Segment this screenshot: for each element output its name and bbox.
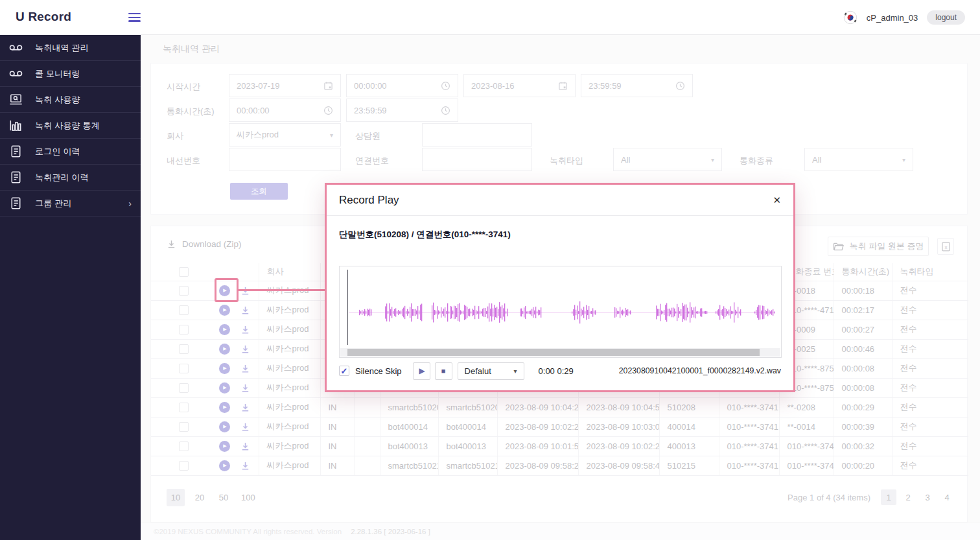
monitor-search-icon [8,92,23,108]
sidebar-item-call-monitoring[interactable]: 콜 모니터링 [0,61,141,87]
bar-chart-icon [8,118,23,134]
username: cP_admin_03 [867,13,918,23]
sidebar-item-login-history[interactable]: 로그인 이력 [0,139,141,165]
app-header: U Record cP_admin_03 logout [0,0,980,35]
sidebar-item-record-mgmt-history[interactable]: 녹취관리 이력 [0,165,141,191]
voicemail-icon [8,40,23,56]
voicemail-icon [8,66,23,82]
waveform [340,266,782,358]
waveform-scrollbar-track[interactable] [340,348,780,357]
chevron-right-icon: › [128,198,132,209]
chevron-down-icon: ▾ [514,368,517,375]
sidebar-item-label: 그룹 관리 [35,198,72,209]
annotation-connector-line [239,289,325,291]
sidebar-item-label: 콜 모니터링 [35,68,80,80]
silence-skip-label: Silence Skip [355,366,402,376]
close-icon[interactable]: ✕ [773,195,781,205]
audio-filename: 2023080910042100001_f0000282149.v2.wav [619,366,781,375]
sidebar-item-label: 로그인 이력 [35,146,80,158]
playback-time: 0:00 0:29 [539,366,574,376]
sidebar-item-label: 녹취 사용량 통계 [35,120,100,132]
playback-cursor [347,270,348,345]
logout-button[interactable]: logout [927,10,965,25]
speed-select[interactable]: Defalut ▾ [458,362,524,380]
sidebar-item-record-history[interactable]: 녹취내역 관리 [0,35,141,61]
sidebar-item-record-usage[interactable]: 녹취 사용량 [0,87,141,113]
sidebar: 녹취내역 관리콜 모니터링녹취 사용량녹취 사용량 통계로그인 이력녹취관리 이… [0,35,141,540]
silence-skip-checkbox[interactable]: ✓ [339,366,349,376]
annotation-highlight-box [215,278,239,302]
document-icon [8,144,23,159]
korea-flag-icon [843,10,858,25]
modal-title: Record Play [339,194,399,207]
waveform-scrollbar-thumb[interactable] [347,349,760,356]
play-button[interactable]: ▶ [413,362,430,380]
modal-subtitle: 단말번호(510208) / 연결번호(010-****-3741) [339,229,511,241]
sidebar-item-label: 녹취내역 관리 [35,42,89,54]
app-logo: U Record [16,10,71,24]
stop-button[interactable]: ■ [435,362,452,380]
sidebar-item-label: 녹취 사용량 [35,94,80,106]
document-icon [8,170,23,185]
waveform-panel[interactable] [339,266,782,358]
document-icon [8,196,23,211]
hamburger-menu-icon[interactable] [128,13,141,22]
sidebar-item-record-usage-stats[interactable]: 녹취 사용량 통계 [0,113,141,139]
sidebar-item-label: 녹취관리 이력 [35,172,89,183]
record-play-modal: Record Play ✕ 단말번호(510208) / 연결번호(010-**… [325,183,795,392]
sidebar-item-group-mgmt[interactable]: 그룹 관리› [0,191,141,217]
